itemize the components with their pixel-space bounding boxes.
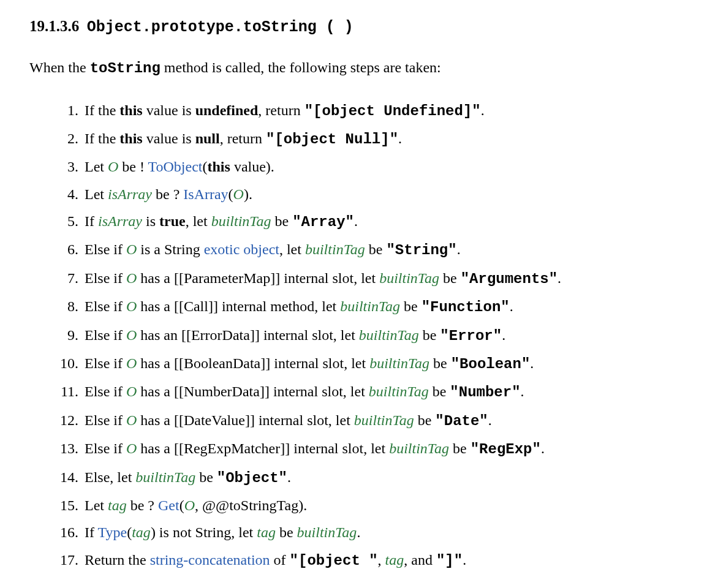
intro-method: toString: [90, 60, 161, 77]
section-number: 19.1.3.6: [29, 18, 79, 34]
intro-suffix: method is called, the following steps ar…: [161, 59, 441, 75]
algorithm-list: If the this value is undefined, return "…: [29, 97, 693, 575]
step-6: Else if O is a String exotic object, let…: [85, 236, 693, 264]
step-17: Return the string-concatenation of "[obj…: [85, 546, 693, 575]
step-12: Else if O has a [[DateValue]] internal s…: [85, 407, 693, 435]
step-3: Let O be ! ToObject(this value).: [85, 153, 693, 180]
step-16: If Type(tag) is not String, let tag be b…: [85, 519, 693, 546]
step-11: Else if O has a [[NumberData]] internal …: [85, 378, 693, 406]
ref-toobject[interactable]: ToObject: [148, 159, 203, 175]
step-1: If the this value is undefined, return "…: [85, 97, 693, 125]
step-9: Else if O has an [[ErrorData]] internal …: [85, 322, 693, 350]
step-10: Else if O has a [[BooleanData]] internal…: [85, 350, 693, 378]
step-8: Else if O has a [[Call]] internal method…: [85, 293, 693, 321]
ref-exotic-object[interactable]: exotic object: [204, 241, 279, 257]
section-heading: 19.1.3.6 Object.prototype.toString ( ): [29, 15, 693, 39]
intro-paragraph: When the toString method is called, the …: [29, 56, 693, 80]
intro-prefix: When the: [29, 59, 90, 75]
step-15: Let tag be ? Get(O, @@toStringTag).: [85, 492, 693, 519]
step-2: If the this value is null, return "[obje…: [85, 125, 693, 153]
step-14: Else, let builtinTag be "Object".: [85, 464, 693, 492]
step-13: Else if O has a [[RegExpMatcher]] intern…: [85, 435, 693, 463]
step-5: If isArray is true, let builtinTag be "A…: [85, 208, 693, 236]
section-title: Object.prototype.toString ( ): [87, 18, 353, 36]
ref-type[interactable]: Type: [98, 524, 127, 540]
ref-string-concatenation[interactable]: string-concatenation: [150, 552, 270, 568]
step-7: Else if O has a [[ParameterMap]] interna…: [85, 265, 693, 293]
ref-get[interactable]: Get: [158, 497, 180, 513]
ref-isarray[interactable]: IsArray: [183, 186, 228, 202]
step-4: Let isArray be ? IsArray(O).: [85, 181, 693, 208]
